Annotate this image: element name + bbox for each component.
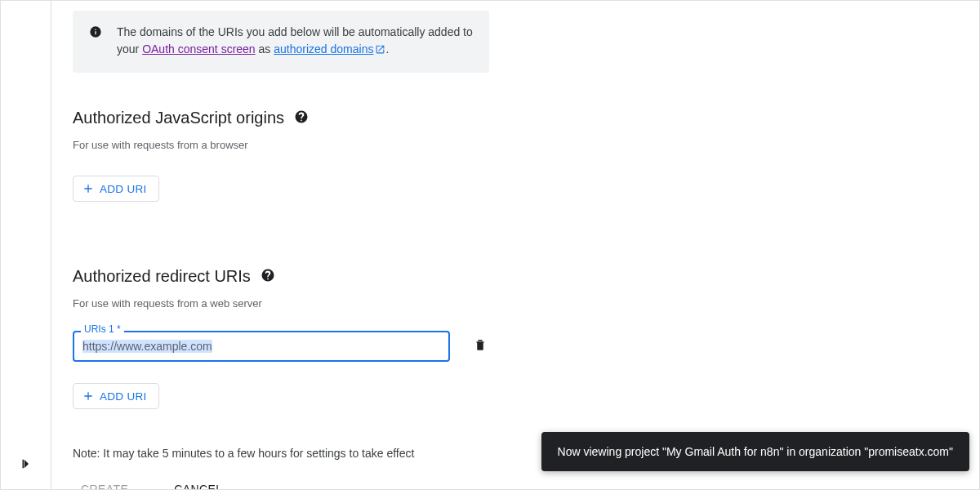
external-link-icon xyxy=(375,42,385,60)
help-icon[interactable] xyxy=(261,268,275,286)
main-content: The domains of the URIs you add below wi… xyxy=(73,1,979,489)
expand-sidebar-button[interactable] xyxy=(19,457,33,474)
redirect-uris-header: Authorized redirect URIs xyxy=(73,267,979,286)
trash-icon xyxy=(473,337,488,352)
add-js-origin-label: ADD URI xyxy=(100,183,147,195)
add-redirect-uri-button[interactable]: ADD URI xyxy=(73,383,159,409)
svg-rect-0 xyxy=(23,460,24,469)
uri-row-1: URIs 1 * xyxy=(73,331,979,362)
uri-field-label: URIs 1 * xyxy=(81,323,124,335)
info-banner-text: The domains of the URIs you add below wi… xyxy=(117,24,473,60)
help-icon[interactable] xyxy=(294,109,309,127)
redirect-uris-subtitle: For use with requests from a web server xyxy=(73,297,979,310)
add-redirect-uri-label: ADD URI xyxy=(100,390,147,403)
redirect-uris-section: Authorized redirect URIs For use with re… xyxy=(73,267,979,409)
uri-input-1[interactable] xyxy=(73,331,450,362)
info-text-3: . xyxy=(385,42,389,56)
plus-icon xyxy=(82,390,95,403)
info-text-2: as xyxy=(256,42,274,56)
sidebar-rail xyxy=(1,1,51,489)
cancel-button[interactable]: CANCEL xyxy=(174,483,222,490)
info-banner: The domains of the URIs you add below wi… xyxy=(73,11,489,73)
js-origins-title: Authorized JavaScript origins xyxy=(73,109,284,127)
authorized-domains-link[interactable]: authorized domains xyxy=(274,42,385,56)
project-toast: Now viewing project "My Gmail Auth for n… xyxy=(541,432,969,471)
plus-icon xyxy=(82,182,95,195)
footer-buttons: CREATE CANCEL xyxy=(73,483,979,490)
add-js-origin-button[interactable]: ADD URI xyxy=(73,176,159,202)
js-origins-subtitle: For use with requests from a browser xyxy=(73,139,979,151)
js-origins-section: Authorized JavaScript origins For use wi… xyxy=(73,109,979,202)
js-origins-header: Authorized JavaScript origins xyxy=(73,109,979,127)
uri-field-1: URIs 1 * xyxy=(73,331,450,362)
info-icon xyxy=(89,25,102,42)
oauth-consent-link[interactable]: OAuth consent screen xyxy=(142,42,256,56)
delete-uri-button[interactable] xyxy=(470,334,491,359)
create-button[interactable]: CREATE xyxy=(73,483,136,490)
redirect-uris-title: Authorized redirect URIs xyxy=(73,267,251,286)
